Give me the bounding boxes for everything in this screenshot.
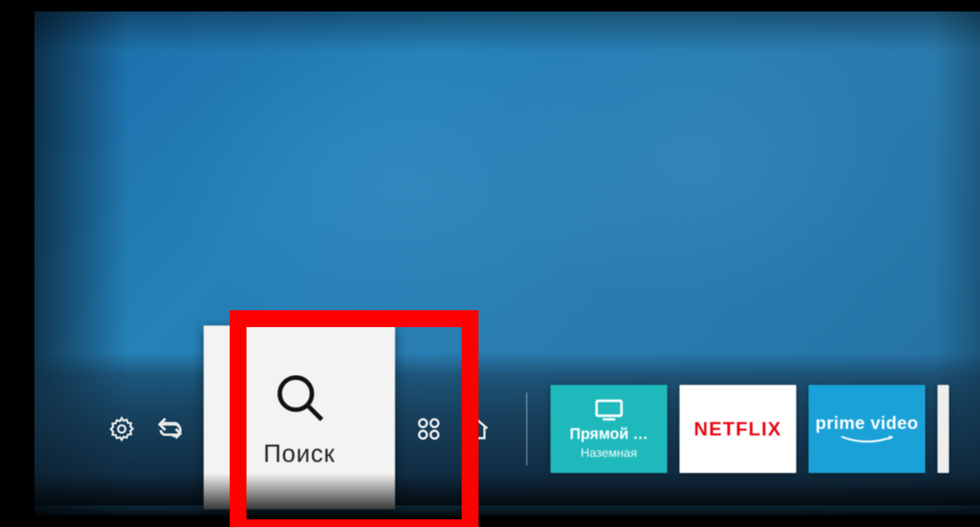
svg-rect-7	[596, 401, 621, 416]
svg-point-3	[419, 419, 427, 427]
app-live-subtitle: Наземная	[581, 446, 637, 460]
app-tile-next[interactable]	[938, 385, 949, 473]
home-icon[interactable]	[462, 414, 492, 444]
app-row: Прямой … Наземная NETFLIX prime video	[550, 385, 949, 473]
search-label: Поиск	[263, 439, 335, 468]
svg-point-1	[279, 377, 312, 409]
bottom-fade	[34, 473, 980, 516]
source-icon[interactable]	[155, 414, 185, 444]
app-tile-netflix[interactable]: NETFLIX	[679, 385, 796, 473]
tv-icon	[594, 398, 624, 421]
app-live-title: Прямой …	[570, 425, 648, 442]
prime-video-logo: prime video	[815, 412, 918, 433]
netflix-logo: NETFLIX	[694, 418, 782, 440]
app-tile-prime-video[interactable]: prime video	[808, 385, 925, 473]
launcher-divider	[526, 393, 528, 465]
apps-icon[interactable]	[414, 414, 443, 444]
prime-swoosh-icon	[838, 434, 896, 445]
app-tile-live-tv[interactable]: Прямой … Наземная	[550, 385, 667, 473]
svg-point-4	[431, 419, 438, 427]
svg-point-0	[118, 425, 125, 432]
settings-icon[interactable]	[107, 414, 136, 444]
tv-screen: Поиск	[34, 11, 980, 516]
svg-line-2	[308, 406, 322, 420]
svg-point-6	[431, 431, 438, 439]
svg-point-5	[419, 431, 427, 439]
search-icon	[270, 368, 329, 429]
